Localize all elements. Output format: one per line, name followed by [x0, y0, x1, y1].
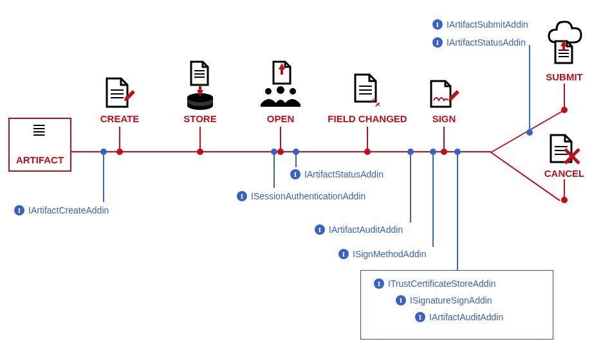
i-badge-icon: I — [290, 169, 300, 179]
open-icon — [259, 59, 302, 111]
conn-session-auth — [273, 152, 275, 188]
i-badge-icon: I — [374, 278, 384, 289]
artifact-label: ARTIFACT — [10, 154, 70, 165]
i-badge-icon: I — [432, 19, 443, 30]
open-stub — [280, 127, 281, 151]
dot-session-auth — [271, 149, 277, 155]
submit-dot — [561, 107, 568, 113]
dot-sign-group — [454, 149, 461, 155]
field-changed-stub — [367, 127, 368, 151]
svg-point-13 — [290, 88, 296, 95]
sign-stub — [443, 127, 445, 151]
dot-artifact-create — [100, 149, 107, 155]
i-badge-icon: I — [415, 312, 425, 322]
conn-artifact-create — [103, 152, 104, 202]
conn-sign-method — [432, 152, 434, 247]
dot-audit — [407, 149, 414, 155]
iface-status-open-text: IArtifactStatusAddin — [304, 169, 384, 179]
sign-dot — [441, 149, 447, 155]
iface-session-auth-text: ISessionAuthenticationAddin — [251, 191, 365, 201]
create-stub — [119, 127, 120, 151]
iface-trust-cert: I ITrustCertificateStoreAddin — [374, 278, 566, 289]
iface-audit-text: IArtifactAuditAddin — [329, 224, 403, 235]
diagram-stage: { "artifact": { "label": "ARTIFACT" }, "… — [0, 0, 601, 364]
create-label: CREATE — [100, 113, 140, 124]
i-badge-icon: I — [14, 205, 24, 215]
iface-trust-cert-text: ITrustCertificateStoreAddin — [388, 278, 496, 289]
open-dot — [277, 149, 284, 155]
sign-icon — [429, 78, 459, 111]
svg-point-11 — [265, 88, 272, 95]
iface-signature-sign-text: ISignatureSignAddin — [410, 295, 492, 305]
store-icon — [183, 59, 217, 111]
iface-audit-group-text: IArtifactAuditAddin — [429, 312, 503, 322]
i-badge-icon: I — [396, 295, 406, 305]
iface-sign-method: I ISignMethodAddin — [338, 249, 426, 259]
open-label: OPEN — [267, 113, 295, 124]
cancel-icon — [548, 132, 580, 166]
submit-stub — [564, 84, 565, 110]
iface-status-open: I IArtifactStatusAddin — [290, 169, 384, 179]
conn-sign-group — [457, 152, 458, 270]
iface-artifact-status-top-text: IArtifactStatusAddin — [447, 37, 526, 48]
i-badge-icon: I — [237, 191, 247, 201]
store-stub — [199, 127, 201, 151]
iface-artifact-submit: I IArtifactSubmitAddin — [432, 19, 528, 30]
dot-sign-method — [430, 149, 436, 155]
artifact-box: ≣ ARTIFACT — [8, 118, 71, 172]
store-dot — [197, 149, 203, 155]
store-label: STORE — [183, 113, 216, 124]
iface-artifact-status-top: I IArtifactStatusAddin — [432, 37, 526, 48]
sign-addin-group: I ITrustCertificateStoreAddin I ISignatu… — [360, 270, 553, 340]
conn-submit-group — [529, 45, 530, 134]
iface-sign-method-text: ISignMethodAddin — [353, 249, 426, 259]
iface-session-auth: I ISessionAuthenticationAddin — [237, 191, 365, 201]
dot-submit-group — [526, 129, 533, 136]
dot-status-open — [293, 149, 299, 155]
create-icon — [103, 76, 135, 109]
submit-label: SUBMIT — [546, 71, 583, 82]
iface-signature-sign: I ISignatureSignAddin — [396, 295, 587, 305]
field-changed-label: FIELD CHANGED — [328, 113, 407, 124]
conn-audit — [410, 152, 411, 223]
field-changed-icon — [353, 72, 382, 109]
i-badge-icon: I — [315, 224, 325, 235]
cancel-label: CANCEL — [544, 168, 585, 179]
i-badge-icon: I — [432, 37, 443, 48]
iface-artifact-create: I IArtifactCreateAddin — [14, 205, 109, 215]
iface-audit-group: I IArtifactAuditAddin — [415, 312, 601, 322]
cancel-dot — [561, 197, 568, 203]
iface-artifact-submit-text: IArtifactSubmitAddin — [447, 19, 528, 30]
field-changed-dot — [364, 149, 371, 155]
artifact-lines-icon: ≣ — [32, 128, 45, 132]
iface-audit: I IArtifactAuditAddin — [315, 224, 403, 235]
svg-point-12 — [277, 86, 284, 94]
create-dot — [116, 149, 123, 155]
submit-icon — [545, 15, 584, 67]
sign-label: SIGN — [432, 113, 456, 124]
i-badge-icon: I — [338, 249, 349, 259]
iface-artifact-create-text: IArtifactCreateAddin — [28, 205, 109, 215]
